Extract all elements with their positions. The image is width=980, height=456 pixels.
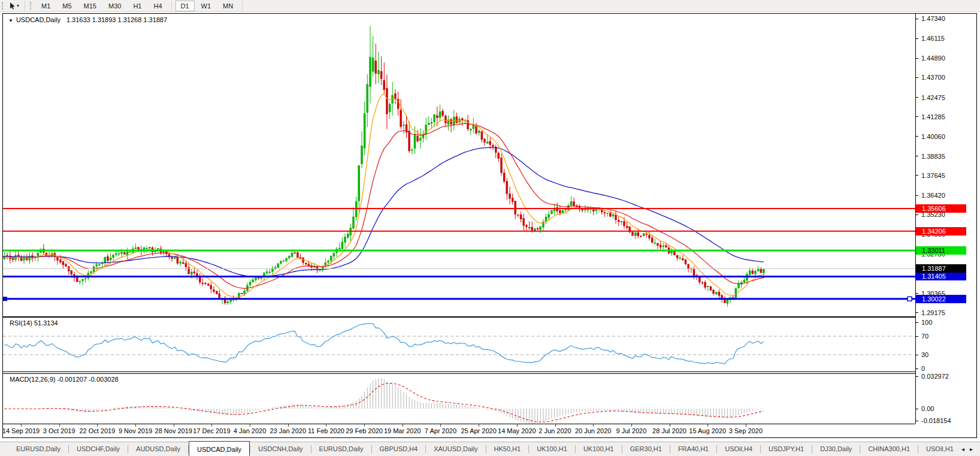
cursor-tool-button[interactable]: ▾ <box>7 2 22 10</box>
timeframe-button-m5[interactable]: M5 <box>57 1 77 11</box>
timeframe-button-m15[interactable]: M15 <box>78 1 102 11</box>
price-axis-border <box>915 14 916 424</box>
date-tick-mark <box>517 424 518 427</box>
chart-tab-usoil-h1[interactable]: USOil,H1 <box>918 442 961 456</box>
chart-tab-hk50-h1[interactable]: HK50,H1 <box>486 442 529 456</box>
timeframe-button-m1[interactable]: M1 <box>36 1 56 11</box>
timeframe-button-d1[interactable]: D1 <box>176 1 195 11</box>
date-tick-mark <box>326 424 326 427</box>
rsi-tick-mark <box>916 336 918 337</box>
toolbar-separator <box>25 1 25 10</box>
date-tick-mark <box>631 424 632 427</box>
chart-tab-usdcad-daily[interactable]: USDCAD,Daily <box>189 441 250 456</box>
price-tick-label: 1.37645 <box>921 172 945 179</box>
price-level-badge[interactable]: 1.30022 <box>916 295 966 303</box>
pane-divider <box>3 424 915 424</box>
chart-tab-eurusd-daily[interactable]: EURUSD,Daily <box>8 442 68 456</box>
chart-tab-ger30-h1[interactable]: GER30,H1 <box>622 442 670 456</box>
date-tick-mark <box>174 424 174 427</box>
date-tick-mark <box>479 424 479 427</box>
chevron-down-icon[interactable]: ▾ <box>17 3 19 8</box>
chart-tab-xauusd-daily[interactable]: XAUUSD,Daily <box>426 442 485 456</box>
price-tick-mark <box>916 116 918 117</box>
macd-tick-label: 0.032972 <box>921 373 949 380</box>
date-tick-label: 7 Apr 2020 <box>425 427 456 434</box>
date-tick-mark <box>746 424 746 427</box>
date-tick-mark <box>21 424 22 427</box>
macd-tick-label: -0.018154 <box>921 417 951 424</box>
date-tick-label: 17 Dec 2019 <box>193 427 230 434</box>
timeframe-button-mn[interactable]: MN <box>217 1 238 11</box>
line-drag-handle <box>3 297 7 301</box>
chart-tab-uk100-h1[interactable]: UK100,H1 <box>529 442 575 456</box>
price-tick-mark <box>916 58 918 59</box>
date-tick-mark <box>555 424 556 427</box>
rsi-tick-mark <box>916 322 918 323</box>
macd-indicator-label: MACD(12,26,9) -0.001207 -0.003028 <box>10 376 119 383</box>
line-drag-handle <box>908 297 912 301</box>
timeframe-button-h1[interactable]: H1 <box>128 1 147 11</box>
symbol-dropdown-icon[interactable]: ▼ <box>8 18 13 23</box>
price-tick-label: 1.46115 <box>921 35 945 42</box>
price-tick-mark <box>916 175 918 176</box>
price-tick-label: 1.42475 <box>921 94 945 101</box>
rsi-pane[interactable] <box>3 318 915 372</box>
price-tick-mark <box>916 312 918 313</box>
date-tick-label: 20 Jun 2020 <box>575 427 612 434</box>
timeframe-buttons: M1M5M15M30H1H4D1W1MN <box>35 1 239 11</box>
macd-tick-mark <box>916 421 918 421</box>
timeframe-button-w1[interactable]: W1 <box>196 1 217 11</box>
price-tick-mark <box>916 215 918 215</box>
chart-ohlc-values: 1.31633 1.31893 1.31268 1.31887 <box>66 16 167 23</box>
chart-tab-audusd-daily[interactable]: AUDUSD,Daily <box>128 442 188 456</box>
price-level-badge[interactable]: 1.33011 <box>916 246 966 255</box>
chart-tab-usdcnh-daily[interactable]: USDCNH,Daily <box>250 442 311 456</box>
toolbar-separator <box>171 1 172 10</box>
price-tick-label: 1.44890 <box>921 55 945 62</box>
scroll-tabs-right-icon[interactable]: ▸ <box>970 446 973 452</box>
price-tick-mark <box>916 136 918 137</box>
chart-tab-uk100-h1[interactable]: UK100,H1 <box>576 442 622 456</box>
date-tick-mark <box>440 424 441 427</box>
date-tick-label: 29 Feb 2020 <box>346 427 383 434</box>
price-level-badge[interactable]: 1.35606 <box>916 204 966 213</box>
date-tick-label: 15 Aug 2020 <box>689 427 726 434</box>
price-tick-mark <box>916 77 918 78</box>
timeframe-button-m30[interactable]: M30 <box>103 1 126 11</box>
price-level-badge[interactable]: 1.31405 <box>916 272 966 280</box>
toolbar-grip-handle[interactable] <box>2 2 5 10</box>
date-tick-mark <box>670 424 670 427</box>
macd-tick-mark <box>916 376 918 377</box>
timeframe-button-h4[interactable]: H4 <box>148 1 167 11</box>
date-tick-label: 23 Jan 2020 <box>270 427 306 434</box>
scroll-tabs-left-icon[interactable]: ◂ <box>961 446 964 452</box>
chart-tab-dj30-daily[interactable]: DJ30,Daily <box>812 442 860 456</box>
macd-pane[interactable] <box>3 374 915 424</box>
chart-tab-eurusd-daily[interactable]: EURUSD,Daily <box>311 442 371 456</box>
price-level-badge[interactable]: 1.34206 <box>916 227 966 235</box>
date-tick-label: 11 Feb 2020 <box>308 427 344 434</box>
chart-tab-usoil-h4[interactable]: USOil,H4 <box>717 442 760 456</box>
date-tick-label: 9 Jul 2020 <box>616 427 646 434</box>
pane-divider[interactable] <box>3 372 915 372</box>
price-tick-mark <box>916 156 918 156</box>
chart-tabs: EURUSD,DailyUSDCHF,DailyAUDUSD,DailyUSDC… <box>0 442 961 456</box>
rsi-tick-label: 100 <box>921 319 932 326</box>
candles <box>4 26 765 307</box>
chart-tab-bar: EURUSD,DailyUSDCHF,DailyAUDUSD,DailyUSDC… <box>0 442 980 456</box>
rsi-tick-mark <box>916 355 918 355</box>
chart-symbol-period: USDCAD,Daily <box>16 16 61 23</box>
rsi-tick-label: 0 <box>921 365 925 372</box>
price-tick-label: 1.43700 <box>921 74 945 81</box>
chart-tab-fra40-h1[interactable]: FRA40,H1 <box>670 442 716 456</box>
date-tick-label: 14 Sep 2019 <box>2 427 40 434</box>
date-tick-mark <box>593 424 594 427</box>
price-chart-pane[interactable] <box>3 14 915 316</box>
toolbar-grip-handle[interactable] <box>30 2 33 10</box>
chart-tab-usdchf-daily[interactable]: USDCHF,Daily <box>69 442 128 456</box>
chart-tab-china300-h1[interactable]: CHINA300,H1 <box>860 442 918 456</box>
date-tick-label: 22 Oct 2019 <box>79 427 115 434</box>
chart-tab-usdjpy-h1[interactable]: USDJPY,H1 <box>761 442 812 456</box>
toolbar-separator <box>242 1 243 10</box>
chart-tab-gbpusd-h4[interactable]: GBPUSD,H4 <box>372 442 426 456</box>
